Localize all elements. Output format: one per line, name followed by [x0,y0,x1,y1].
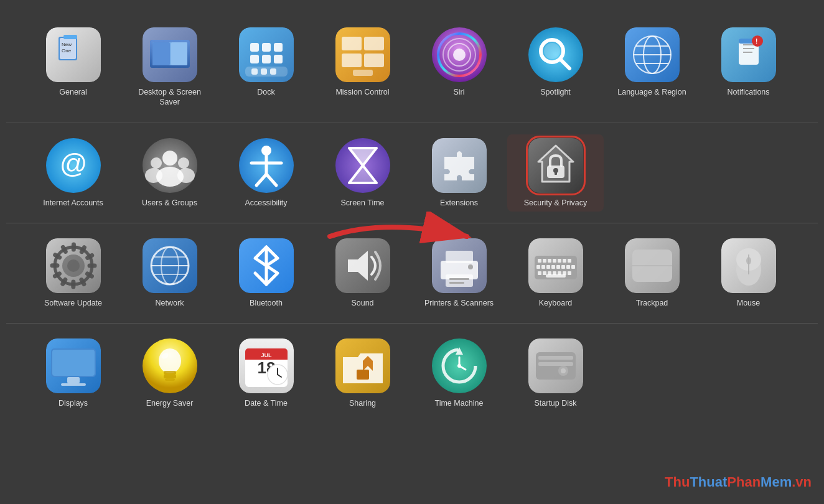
pref-item-users[interactable]: Users & Groups [121,134,218,212]
pref-item-sound[interactable]: Sound [314,235,411,312]
label-language: Language & Region [617,87,686,97]
label-softwareupdate: Software Update [44,298,102,308]
svg-text:One: One [62,48,72,54]
label-printers: Printers & Scanners [424,298,494,308]
svg-rect-113 [543,259,546,263]
svg-rect-117 [563,259,566,263]
pref-item-internet[interactable]: @ Internet Accounts [25,134,121,212]
pref-item-general[interactable]: New One General [25,24,121,101]
svg-rect-27 [364,54,384,67]
svg-rect-20 [251,68,258,75]
svg-rect-13 [250,43,259,52]
label-mission: Mission Control [335,87,389,97]
icon-sound [335,238,390,293]
pref-item-mouse[interactable]: Mouse [700,235,797,312]
pref-item-spotlight[interactable]: Spotlight [507,24,604,101]
watermark-mem: Mem [761,474,792,490]
pref-item-energy[interactable]: Energy Saver [121,335,218,412]
pref-item-mission[interactable]: Mission Control [314,24,411,101]
label-desktop: Desktop & Screen Saver [129,87,210,108]
label-users: Users & Groups [142,198,197,208]
svg-rect-133 [568,271,571,275]
pref-item-keyboard[interactable]: Keyboard [507,235,604,312]
svg-point-32 [453,49,466,61]
pref-item-bluetooth[interactable]: Bluetooth [218,235,314,312]
svg-rect-116 [558,259,561,263]
pref-item-timemachine[interactable]: Time Machine [411,335,507,412]
pref-item-screentime[interactable]: Screen Time [314,134,411,212]
svg-line-87 [55,274,59,276]
icon-energy [143,338,197,393]
svg-rect-119 [536,265,540,269]
svg-rect-107 [449,278,469,280]
pref-item-datetime[interactable]: JUL 18 Date & Time [218,335,314,412]
svg-point-81 [67,259,80,272]
svg-rect-150 [164,371,176,375]
svg-rect-134 [546,274,566,278]
pref-item-trackpad[interactable]: Trackpad [604,235,700,312]
watermark: ThuThuatPhanMem.vn [665,474,812,490]
svg-point-60 [177,168,195,183]
icon-printers [432,238,487,293]
icon-screentime [335,138,390,193]
icon-language [625,27,680,82]
svg-rect-124 [561,265,565,269]
svg-line-86 [62,279,65,284]
pref-item-security[interactable]: Security & Privacy [507,134,604,212]
svg-point-109 [468,264,473,269]
watermark-thu: Thu [665,474,690,490]
pref-item-softwareupdate[interactable]: Software Update [25,235,121,312]
svg-line-92 [82,248,84,252]
pref-item-displays[interactable]: Displays [25,335,121,412]
svg-rect-21 [261,68,267,75]
icon-sharing [335,338,390,393]
icon-softwareupdate [46,238,101,293]
pref-item-sharing[interactable]: Sharing [314,335,411,412]
svg-rect-147 [61,383,86,386]
svg-rect-145 [52,350,95,376]
svg-point-149 [159,348,181,373]
svg-rect-5 [63,35,77,39]
icon-displays [46,338,101,393]
svg-text:@: @ [59,148,87,179]
pref-item-notifications[interactable]: ! Notifications [700,24,797,101]
label-dock: Dock [257,87,274,97]
icon-extensions [432,138,487,193]
pref-item-printers[interactable]: Printers & Scanners [411,235,507,312]
watermark-vn: .vn [792,474,812,490]
pref-item-siri[interactable]: Siri [411,24,507,101]
pref-item-network[interactable]: Network [121,235,218,312]
svg-rect-128 [543,271,546,275]
svg-rect-175 [538,362,573,366]
pref-item-desktop[interactable]: Desktop & Screen Saver [121,24,218,111]
svg-rect-10 [152,42,170,65]
section-section4: Displays Energy Saver JUL [6,324,818,423]
svg-point-59 [178,157,189,169]
svg-rect-16 [250,55,259,63]
svg-rect-152 [165,378,175,381]
svg-rect-18 [274,55,283,63]
svg-rect-24 [342,37,362,50]
svg-rect-25 [364,37,384,50]
pref-item-language[interactable]: Language & Region [604,24,700,101]
svg-point-58 [145,168,162,183]
icon-mission [335,27,390,82]
svg-line-93 [87,255,91,258]
icon-notifications: ! [721,27,776,82]
pref-item-accessibility[interactable]: Accessibility [218,134,314,212]
pref-item-startup[interactable]: Startup Disk [507,335,604,412]
label-screentime: Screen Time [340,198,384,208]
pref-item-dock[interactable]: Dock [218,24,314,101]
svg-line-83 [87,274,91,276]
svg-point-37 [544,43,560,59]
watermark-phan: Phan [727,474,761,490]
svg-rect-11 [171,42,187,65]
label-timemachine: Time Machine [434,398,483,408]
watermark-thuat: Thuat [690,474,727,490]
svg-rect-112 [538,259,541,263]
icon-spotlight [528,27,583,82]
system-preferences-window: New One General Desktop & Screen Saver [0,0,824,436]
icon-security [528,138,583,193]
pref-item-extensions[interactable]: Extensions [411,134,507,212]
icon-timemachine [432,338,487,393]
